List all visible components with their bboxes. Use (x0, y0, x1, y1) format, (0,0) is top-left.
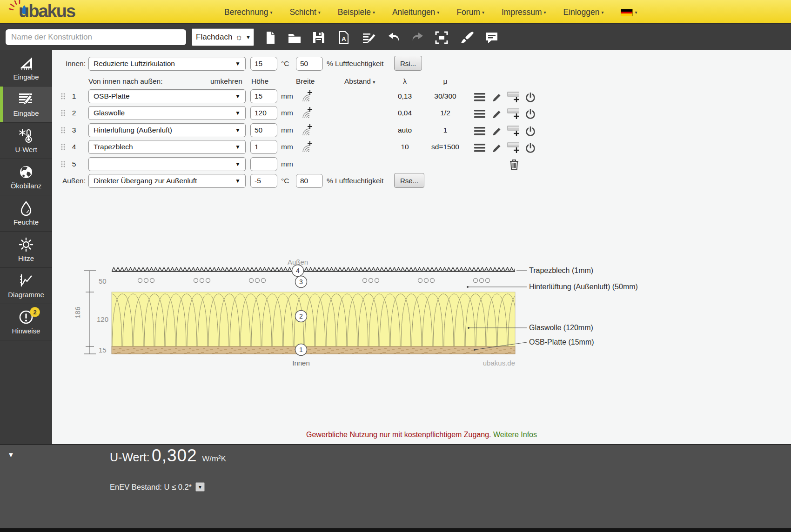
layer-toggle-button[interactable] (524, 108, 536, 120)
layer-1-material-select[interactable]: OSB-Platte▼ (88, 89, 246, 103)
chevron-down-icon: ▾ (544, 10, 546, 15)
enev-dropdown[interactable]: ▼ (195, 482, 205, 492)
screenshot-button[interactable] (433, 29, 450, 47)
layer-edit-button[interactable] (491, 142, 503, 154)
layer-toggle-button[interactable] (524, 91, 536, 103)
nav-impressum[interactable]: Impressum▾ (502, 7, 546, 17)
drag-handle[interactable] (60, 161, 66, 168)
layer-2-material-select[interactable]: Glaswolle▼ (88, 106, 246, 120)
nav-berechnung[interactable]: Berechnung▾ (224, 7, 272, 17)
reverse-link[interactable]: umkehren (210, 77, 242, 86)
sidebar-item-eingabe-layers[interactable]: Eingabe (0, 86, 52, 123)
hamburger-icon (474, 109, 485, 119)
sidebar-item-u-wert[interactable]: U-Wert (0, 123, 52, 159)
layer-menu-button[interactable] (474, 142, 486, 154)
layer-edit-button[interactable] (491, 108, 503, 120)
layer-toggle-button[interactable] (524, 125, 536, 137)
sidebar-item-label: Feuchte (13, 218, 39, 226)
wood-texture-icon[interactable] (300, 124, 312, 136)
layer-marker-1[interactable]: 1 (295, 344, 307, 356)
hamburger-icon (474, 126, 485, 136)
pdf-icon: A (337, 31, 351, 45)
globe-icon (18, 164, 34, 180)
aussen-humidity-input[interactable] (296, 174, 323, 188)
layer-menu-button[interactable] (474, 125, 486, 137)
layer-delete-button[interactable] (508, 159, 520, 171)
layer-marker-3[interactable]: 3 (295, 276, 307, 288)
drag-handle[interactable] (60, 93, 66, 100)
layer-2-height-input[interactable] (250, 106, 277, 120)
abstand-header[interactable]: Abstand ▾ (344, 77, 375, 86)
innen-humidity-input[interactable] (296, 57, 323, 71)
comment-button[interactable] (483, 29, 501, 47)
sidebar-item-label: U-Wert (15, 146, 37, 153)
sidebar-item-hitze[interactable]: Hitze (0, 232, 52, 268)
layer-menu-button[interactable] (474, 91, 486, 103)
undo-button[interactable] (385, 29, 403, 47)
logo[interactable]: ubakus (19, 0, 75, 24)
wood-texture-icon[interactable] (300, 141, 312, 153)
save-icon (312, 31, 326, 45)
layer-insert-button[interactable] (507, 124, 519, 136)
drag-handle[interactable] (60, 110, 66, 117)
layer-1-height-input[interactable] (250, 89, 277, 103)
save-button[interactable] (310, 29, 328, 47)
layer-menu-button[interactable] (474, 108, 486, 120)
layer-5-height-input[interactable] (250, 157, 277, 171)
nav-forum[interactable]: Forum▾ (456, 7, 484, 17)
redo-button[interactable] (409, 29, 426, 47)
layer-5-material-select[interactable]: ▼ (88, 157, 246, 171)
drag-handle[interactable] (60, 127, 66, 134)
construction-name-input[interactable] (5, 28, 187, 46)
sidebar-item-diagramme[interactable]: Diagramme (0, 268, 52, 304)
layer-list-edit-icon (18, 92, 34, 107)
rsi-button[interactable]: Rsi... (394, 56, 422, 71)
sidebar-item-feuchte[interactable]: Feuchte (0, 195, 52, 232)
notice-link[interactable]: Weitere Infos (493, 431, 537, 439)
nav-schicht[interactable]: Schicht▾ (289, 7, 320, 17)
sidebar-item-hinweise[interactable]: 2 Hinweise (0, 304, 52, 340)
sun-icon: ☼ (235, 33, 243, 42)
layer-edit-button[interactable] (491, 125, 503, 137)
innen-temp-input[interactable] (250, 57, 277, 71)
layer-3-material-select[interactable]: Hinterlüftung (Außenluft)▼ (88, 123, 246, 137)
layer-toggle-button[interactable] (524, 142, 536, 154)
layer-marker-4[interactable]: 4 (292, 265, 304, 277)
layer-edit-button[interactable] (491, 91, 503, 103)
innen-surface-select[interactable]: Reduzierte Luftzirkulation ▼ (88, 57, 246, 71)
layer-insert-button[interactable] (507, 90, 519, 102)
lambda-value: 10 (389, 143, 421, 151)
sidebar-item-oekobilanz[interactable]: Ökobilanz (0, 159, 52, 195)
construction-type-select[interactable]: Flachdach ☼ ▼ (192, 28, 254, 46)
nav-anleitungen[interactable]: Anleitungen▾ (392, 7, 439, 17)
aussen-temp-input[interactable] (250, 174, 277, 188)
rse-button[interactable]: Rse... (394, 173, 424, 188)
power-icon (525, 126, 536, 137)
pdf-export-button[interactable]: A (335, 29, 353, 47)
nav-einloggen[interactable]: Einloggen▾ (563, 7, 604, 17)
open-folder-button[interactable] (286, 29, 303, 47)
layer-4-height-input[interactable] (250, 140, 277, 154)
innen-label: Innen: (52, 60, 86, 68)
paint-button[interactable] (458, 29, 476, 47)
wood-texture-icon[interactable] (300, 90, 312, 102)
chevron-down-icon: ▼ (235, 161, 241, 167)
collapse-panel-button[interactable]: ▼ (7, 451, 14, 459)
layer-4-material-select[interactable]: Trapezblech▼ (88, 140, 246, 154)
mu-value: 1 (429, 126, 462, 134)
aussen-surface-select[interactable]: Direkter Übergang zur Außenluft ▼ (88, 174, 246, 188)
layer-insert-button[interactable] (507, 107, 519, 119)
chart-icon (18, 273, 34, 289)
sidebar-item-eingabe-geometry[interactable]: Eingabe (0, 50, 52, 86)
dim-total: 186 (74, 306, 81, 318)
layer-insert-button[interactable] (507, 141, 519, 153)
add-layer-icon (507, 106, 519, 120)
language-selector[interactable]: ▾ (621, 7, 637, 17)
report-edit-button[interactable] (360, 29, 378, 47)
drag-handle[interactable] (60, 144, 66, 151)
layer-marker-2[interactable]: 2 (295, 311, 307, 322)
wood-texture-icon[interactable] (300, 107, 312, 119)
new-file-button[interactable] (261, 29, 279, 47)
layer-3-height-input[interactable] (250, 123, 277, 137)
nav-beispiele[interactable]: Beispiele▾ (338, 7, 375, 17)
